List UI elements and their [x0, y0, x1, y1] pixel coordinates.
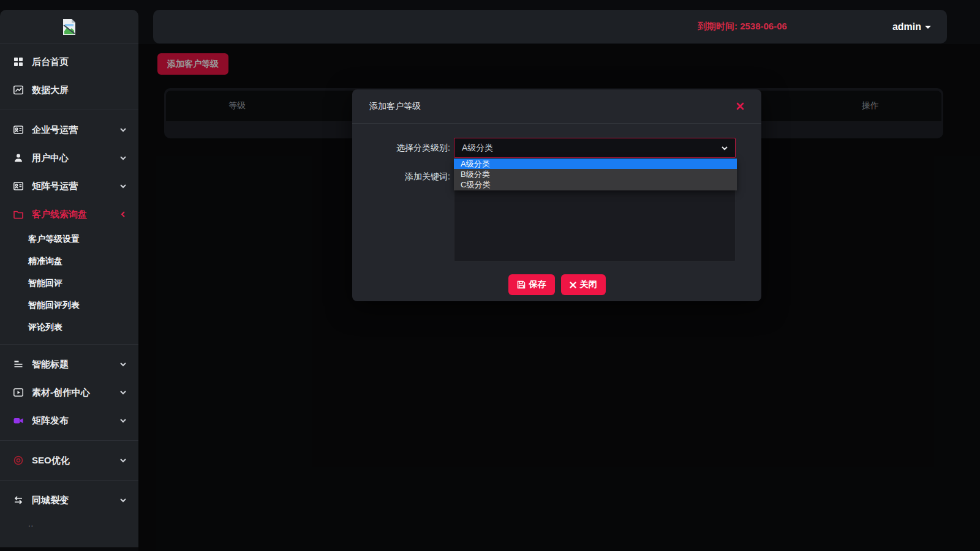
sidebar-item-matrix-publish[interactable]: 矩阵发布 — [0, 407, 138, 435]
close-button[interactable]: 关闭 — [561, 274, 606, 295]
sidebar-divider — [0, 440, 138, 441]
add-customer-level-modal: 添加客户等级 选择分类级别: A级分类 A级分类 B级分类 C级分类 添加关键词… — [352, 89, 761, 301]
more-label: .. — [28, 519, 34, 528]
sidebar-item-smart-title[interactable]: 智能标题 — [0, 350, 138, 378]
chevron-down-icon — [119, 416, 127, 425]
chevron-down-icon — [119, 126, 127, 134]
sidebar-item-label: 企业号运营 — [32, 124, 78, 136]
close-icon[interactable] — [736, 102, 744, 110]
username-label: admin — [892, 21, 921, 32]
broken-image-icon — [62, 18, 77, 36]
chevron-down-icon — [119, 154, 127, 162]
sidebar-nav: 后台首页 数据大屏 企业号运营 — [0, 44, 138, 533]
sidebar-item-label: SEO优化 — [32, 455, 70, 467]
media-play-icon — [12, 387, 24, 398]
topbar: 到期时间: 2538-06-06 admin — [153, 10, 947, 43]
sidebar-item-matrix-operation[interactable]: 矩阵号运营 — [0, 172, 138, 200]
close-x-icon — [570, 282, 576, 288]
user-icon — [12, 152, 24, 163]
category-select-wrap: A级分类 A级分类 B级分类 C级分类 — [454, 138, 736, 158]
subitem-label: 精准询盘 — [28, 256, 62, 267]
sidebar-item-customer-leads[interactable]: 客户线索询盘 — [0, 200, 138, 228]
subitem-label: 智能回评 — [28, 278, 62, 289]
sidebar: 后台首页 数据大屏 企业号运营 — [0, 10, 138, 547]
id-card-icon — [12, 181, 24, 192]
sidebar-item-local-fission[interactable]: 同城裂变 — [0, 486, 138, 514]
sidebar-subitem-level-settings[interactable]: 客户等级设置 — [0, 228, 138, 250]
modal-title: 添加客户等级 — [369, 101, 421, 112]
sidebar-item-enterprise[interactable]: 企业号运营 — [0, 116, 138, 144]
save-floppy-icon — [517, 280, 526, 289]
sidebar-item-label: 数据大屏 — [32, 84, 69, 96]
modal-header: 添加客户等级 — [352, 89, 761, 124]
close-button-label: 关闭 — [580, 279, 597, 290]
keywords-label: 添加关键词: — [369, 171, 450, 182]
dropdown-option-c[interactable]: C级分类 — [454, 179, 737, 190]
folder-icon — [12, 209, 24, 220]
category-select-value: A级分类 — [462, 143, 493, 154]
modal-footer: 保存 关闭 — [352, 274, 761, 295]
sidebar-subitem-smart-reply-list[interactable]: 智能回评列表 — [0, 294, 138, 317]
category-level-label: 选择分类级别: — [369, 143, 450, 154]
id-card-icon — [12, 124, 24, 135]
sidebar-subitem-comment-list[interactable]: 评论列表 — [0, 317, 138, 339]
sidebar-item-label: 后台首页 — [32, 56, 69, 68]
chart-icon — [12, 84, 24, 96]
expiry-date-text: 到期时间: 2538-06-06 — [698, 21, 787, 32]
sidebar-item-label: 用户中心 — [32, 152, 69, 164]
exchange-arrows-icon — [12, 495, 24, 506]
sidebar-subitem-precise-inquiry[interactable]: 精准询盘 — [0, 250, 138, 272]
video-camera-icon — [12, 415, 24, 426]
dropdown-option-b[interactable]: B级分类 — [454, 169, 737, 179]
sidebar-item-label: 矩阵号运营 — [32, 181, 78, 192]
chevron-down-icon — [119, 388, 127, 397]
sidebar-item-datascreen[interactable]: 数据大屏 — [0, 76, 138, 104]
sidebar-item-label: 同城裂变 — [32, 495, 69, 506]
sidebar-item-label: 智能标题 — [32, 359, 69, 370]
grid-icon — [12, 56, 24, 67]
chevron-down-icon — [720, 144, 729, 152]
subitem-label: 评论列表 — [28, 322, 62, 333]
sidebar-item-label: 矩阵发布 — [32, 415, 69, 427]
sidebar-item-label: 素材-创作中心 — [32, 387, 90, 399]
sidebar-item-material-center[interactable]: 素材-创作中心 — [0, 378, 138, 407]
seo-circle-icon — [12, 455, 24, 466]
category-select[interactable]: A级分类 — [454, 138, 736, 158]
sidebar-divider — [0, 344, 138, 345]
category-select-dropdown: A级分类 B级分类 C级分类 — [454, 159, 737, 190]
chevron-down-icon — [119, 456, 127, 465]
sidebar-divider — [0, 480, 138, 481]
sidebar-item-dashboard[interactable]: 后台首页 — [0, 48, 138, 76]
save-button-label: 保存 — [529, 279, 546, 290]
dropdown-option-a[interactable]: A级分类 — [454, 159, 737, 169]
sidebar-item-usercenter[interactable]: 用户中心 — [0, 144, 138, 172]
sidebar-more-indicator: .. — [0, 514, 138, 533]
chevron-left-icon — [119, 210, 127, 219]
caret-down-icon — [925, 26, 931, 29]
sidebar-item-seo[interactable]: SEO优化 — [0, 446, 138, 474]
chevron-down-icon — [119, 182, 127, 190]
sidebar-item-label: 客户线索询盘 — [32, 209, 87, 220]
chevron-down-icon — [119, 496, 127, 504]
save-button[interactable]: 保存 — [508, 274, 555, 295]
logo-area — [0, 10, 138, 44]
subitem-label: 智能回评列表 — [28, 300, 80, 311]
admin-dropdown[interactable]: admin — [892, 21, 931, 32]
sidebar-subitem-smart-reply[interactable]: 智能回评 — [0, 272, 138, 294]
sidebar-divider — [0, 110, 138, 110]
title-lines-icon — [12, 359, 24, 370]
subitem-label: 客户等级设置 — [28, 234, 80, 245]
chevron-down-icon — [119, 360, 127, 369]
category-level-row: 选择分类级别: A级分类 A级分类 B级分类 C级分类 — [352, 138, 761, 158]
